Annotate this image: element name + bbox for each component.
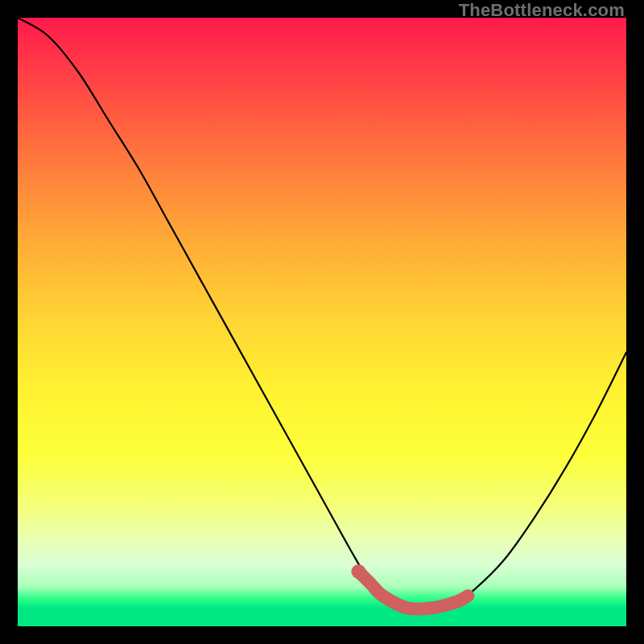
chart-svg <box>18 18 626 626</box>
chart-plot-area <box>18 18 626 626</box>
bottleneck-curve <box>18 18 626 609</box>
highlight-region <box>358 572 468 609</box>
highlight-dot <box>351 564 365 579</box>
